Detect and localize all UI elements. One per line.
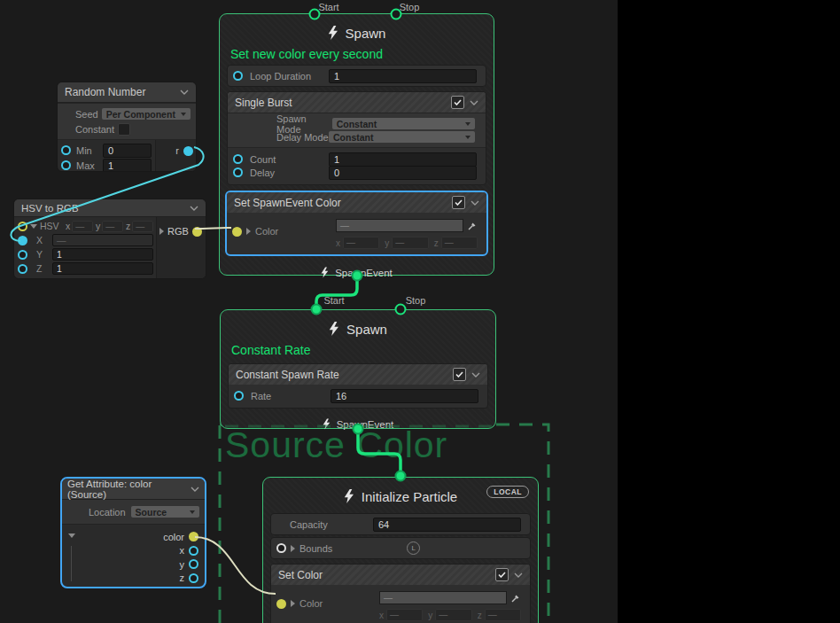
constant-spawn-rate-header[interactable]: Constant Spawn Rate bbox=[229, 364, 487, 385]
hsv-z-port[interactable] bbox=[18, 264, 27, 274]
hsv-to-rgb-header[interactable]: HSV to RGB bbox=[14, 199, 206, 217]
constant-spawn-rate-checkbox[interactable] bbox=[453, 368, 466, 381]
foldout-open-icon[interactable] bbox=[68, 533, 75, 538]
z-sub-field[interactable]: 1 bbox=[52, 262, 153, 275]
loop-duration-field[interactable]: 1 bbox=[329, 69, 477, 83]
chevron-down-icon[interactable] bbox=[180, 90, 189, 95]
chevron-down-icon[interactable] bbox=[471, 200, 479, 206]
constant-spawn-rate-title: Constant Spawn Rate bbox=[236, 369, 339, 381]
eyedropper-icon[interactable] bbox=[510, 593, 521, 604]
rate-field[interactable]: 16 bbox=[331, 389, 478, 403]
bounds-port[interactable] bbox=[276, 543, 286, 553]
min-field[interactable]: 0 bbox=[103, 144, 152, 158]
get-attribute-node[interactable]: Get Attribute: color (Source) Location S… bbox=[60, 477, 206, 588]
expand-right-icon[interactable] bbox=[291, 600, 295, 607]
location-dropdown[interactable]: Source bbox=[131, 506, 199, 518]
spawn-context-1[interactable]: Spawn Set new color every second Loop Du… bbox=[219, 13, 494, 276]
random-number-node[interactable]: Random Number Seed Per Component Constan… bbox=[57, 82, 197, 172]
spawn2-system-label[interactable]: Constant Rate bbox=[221, 340, 495, 359]
hsv-x-port[interactable] bbox=[18, 236, 27, 245]
hsv-y-field[interactable]: — bbox=[102, 221, 123, 232]
eyedropper-icon[interactable] bbox=[467, 221, 478, 231]
chevron-down-icon[interactable] bbox=[471, 372, 480, 378]
spawn-mode-dropdown[interactable]: Constant bbox=[332, 118, 475, 129]
initialize-particle-context[interactable]: Initialize Particle LOCAL Capacity 64 Bo… bbox=[262, 477, 539, 623]
spawnevent-color-port[interactable] bbox=[232, 227, 242, 237]
init-color-row: Color — x — y — z bbox=[271, 585, 530, 623]
set-color-checkbox[interactable] bbox=[495, 568, 509, 581]
single-burst-checkbox[interactable] bbox=[451, 96, 464, 109]
single-burst-header[interactable]: Single Burst bbox=[228, 92, 486, 113]
spawn1-footer-label: SpawnEvent bbox=[335, 268, 393, 278]
single-burst-block[interactable]: Single Burst Spawn Mode Constant bbox=[227, 91, 486, 185]
chevron-down-icon[interactable] bbox=[190, 206, 198, 211]
x-output-port[interactable] bbox=[189, 546, 198, 556]
spawn-context-2[interactable]: Spawn Constant Rate Constant Spawn Rate … bbox=[220, 309, 496, 429]
random-number-header[interactable]: Random Number bbox=[58, 82, 196, 103]
spawn1-title-bar[interactable]: Spawn bbox=[220, 14, 494, 44]
chevron-down-icon[interactable] bbox=[191, 487, 199, 492]
spawnevent-color-label: Color bbox=[255, 226, 278, 237]
chevron-down-icon[interactable] bbox=[470, 100, 478, 105]
max-field[interactable]: 1 bbox=[103, 159, 152, 173]
min-port[interactable] bbox=[61, 145, 71, 155]
set-spawnevent-color-title: Set SpawnEvent Color bbox=[234, 197, 341, 209]
constant-label: Constant bbox=[75, 124, 114, 135]
set-spawnevent-color-header[interactable]: Set SpawnEvent Color bbox=[227, 192, 486, 213]
color-output-port[interactable] bbox=[189, 532, 198, 541]
color-swatch[interactable]: — bbox=[336, 219, 463, 232]
capacity-field[interactable]: 64 bbox=[373, 518, 521, 532]
hsv-x-field[interactable]: — bbox=[72, 221, 93, 232]
x-field[interactable]: — bbox=[343, 237, 379, 249]
count-field[interactable]: 1 bbox=[329, 152, 477, 167]
y-field[interactable]: — bbox=[435, 609, 471, 621]
expand-right-icon[interactable] bbox=[291, 545, 295, 552]
z-field[interactable]: — bbox=[485, 609, 521, 621]
set-spawnevent-color-block[interactable]: Set SpawnEvent Color Color — bbox=[225, 191, 488, 256]
color-swatch[interactable]: — bbox=[379, 591, 507, 604]
x-sub-field[interactable]: — bbox=[52, 234, 153, 246]
init-color-port[interactable] bbox=[276, 599, 286, 609]
hsv-port[interactable] bbox=[18, 222, 27, 231]
rate-port[interactable] bbox=[234, 391, 244, 401]
y-sub-field[interactable]: 1 bbox=[52, 248, 153, 261]
spawn2-stop-label: Stop bbox=[406, 295, 426, 306]
constant-checkbox[interactable] bbox=[118, 123, 130, 136]
get-attribute-header[interactable]: Get Attribute: color (Source) bbox=[62, 479, 205, 500]
seed-value: Per Component bbox=[106, 109, 175, 120]
x-output-row: x bbox=[62, 544, 205, 558]
constant-spawn-rate-block[interactable]: Constant Spawn Rate Rate 16 bbox=[228, 363, 488, 409]
delay-mode-dropdown[interactable]: Constant bbox=[329, 131, 475, 143]
z-field[interactable]: — bbox=[441, 237, 478, 249]
spawn2-spawnevent-output[interactable]: SpawnEvent bbox=[221, 413, 495, 435]
y-output-port[interactable] bbox=[189, 559, 198, 569]
x-field[interactable]: — bbox=[386, 609, 423, 621]
hsv-y-port[interactable] bbox=[18, 250, 27, 260]
chevron-down-icon[interactable] bbox=[514, 572, 523, 578]
max-port[interactable] bbox=[61, 160, 71, 170]
seed-dropdown[interactable]: Per Component bbox=[102, 108, 191, 120]
count-port[interactable] bbox=[233, 154, 243, 164]
loop-duration-port[interactable] bbox=[233, 71, 243, 81]
y-field[interactable]: — bbox=[392, 237, 428, 249]
spawn2-title-bar[interactable]: Spawn bbox=[221, 310, 495, 340]
delay-port[interactable] bbox=[233, 167, 243, 177]
set-color-block[interactable]: Set Color Color — bbox=[270, 564, 531, 623]
rgb-output-port[interactable] bbox=[192, 227, 202, 237]
z-output-port[interactable] bbox=[189, 573, 198, 583]
graph-canvas[interactable]: Source Color Start Stop Start Stop Spawn… bbox=[0, 0, 618, 623]
hsv-z-field[interactable]: — bbox=[132, 221, 153, 232]
set-spawnevent-color-checkbox[interactable] bbox=[452, 196, 465, 209]
initialize-title-bar[interactable]: Initialize Particle LOCAL bbox=[263, 478, 538, 508]
expand-right-icon[interactable] bbox=[246, 228, 251, 235]
r-output-label: r bbox=[175, 145, 179, 156]
foldout-open-icon[interactable] bbox=[30, 224, 37, 229]
set-color-header[interactable]: Set Color bbox=[271, 565, 530, 585]
spawn1-spawnevent-output[interactable]: SpawnEvent bbox=[220, 261, 494, 284]
expand-right-icon[interactable] bbox=[159, 228, 164, 235]
r-output-port[interactable] bbox=[183, 146, 193, 156]
delay-field[interactable]: 0 bbox=[329, 166, 477, 180]
spawn1-system-label[interactable]: Set new color every second bbox=[220, 44, 494, 63]
dropdown-caret-icon bbox=[190, 510, 195, 514]
hsv-to-rgb-node[interactable]: HSV to RGB HSV x — y — z — bbox=[13, 199, 206, 279]
